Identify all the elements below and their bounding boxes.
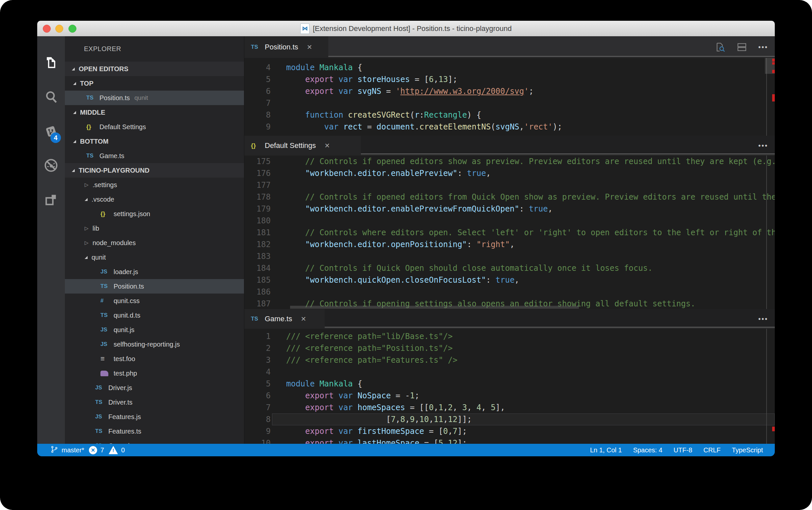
open-editors-group-middle[interactable]: MIDDLE [65, 105, 244, 120]
activity-item-debug[interactable] [37, 152, 65, 180]
line-number: 178 [244, 191, 271, 203]
editor-actions: ••• [758, 309, 768, 329]
activity-item-search[interactable] [37, 84, 65, 111]
tab-close-icon[interactable]: ✕ [324, 142, 330, 149]
tree-folder-node-modules[interactable]: ▷node_modules [65, 235, 244, 250]
code-line[interactable]: 176 "workbench.editor.enablePreview": tr… [244, 167, 775, 179]
item-label: Features.ts [108, 428, 141, 435]
code-line[interactable]: 9 var rect = document.createElementNS(sv… [244, 121, 775, 133]
code-line[interactable]: 3/// <reference path="Features.ts" /> [244, 354, 775, 366]
status-0[interactable]: !0 [109, 446, 125, 454]
tree-item-settings-json[interactable]: {}settings.json [65, 206, 244, 221]
more-actions-icon[interactable]: ••• [758, 142, 768, 149]
window-close-button[interactable] [43, 25, 51, 33]
activity-item-source-control[interactable]: 4 [37, 118, 65, 146]
status-ln-1-col-1[interactable]: Ln 1, Col 1 [590, 446, 622, 454]
activity-item-extensions[interactable] [37, 187, 65, 214]
code-line[interactable]: 175 // Controls if opened editors show a… [244, 155, 775, 167]
tree-item-selfhosting-reporting-js[interactable]: JSselfhosting-reporting.js [65, 337, 244, 351]
tree-item-loader-js[interactable]: JSloader.js [65, 264, 244, 279]
code-line[interactable]: 10 export var lastHomeSpace = [5,12]; [244, 437, 775, 444]
tab-close-icon[interactable]: ✕ [307, 43, 312, 51]
code-line[interactable]: 2/// <reference path="Position.ts"/> [244, 342, 775, 354]
tree-folder-qunit[interactable]: qunit [65, 250, 244, 264]
open-editors-group-bottom[interactable]: BOTTOM [65, 134, 244, 149]
code-line[interactable]: 6 export var svgNS = 'http://www.w3.org/… [244, 85, 775, 97]
code-line[interactable]: 5module Mankala { [244, 378, 775, 390]
status-crlf[interactable]: CRLF [703, 446, 720, 454]
tree-item-features-ts[interactable]: TSFeatures.ts [65, 424, 244, 438]
code-line[interactable]: 5 export var storeHouses = [6,13]; [244, 74, 775, 85]
code-line[interactable]: 179 "workbench.editor.enablePreviewFromQ… [244, 203, 775, 215]
window-zoom-button[interactable] [68, 25, 77, 33]
window-minimize-button[interactable] [55, 25, 63, 33]
section-header-ticino-playground[interactable]: TICINO-PLAYGROUND [65, 163, 244, 177]
tab-default-settings[interactable]: {}Default Settings✕ [244, 136, 361, 155]
code-line[interactable]: 8 [7,8,9,10,11,12]]; [244, 414, 775, 425]
status-utf-8[interactable]: UTF-8 [674, 446, 692, 454]
code-line[interactable]: 7 [244, 97, 775, 109]
tab-close-icon[interactable]: ✕ [301, 315, 306, 323]
tree-item-position-ts[interactable]: TSPosition.ts [65, 279, 244, 293]
more-actions-icon[interactable]: ••• [758, 44, 768, 51]
tree-item-driver-ts[interactable]: TSDriver.ts [65, 395, 244, 409]
tab-game-ts[interactable]: TSGame.ts✕ [244, 309, 325, 329]
collapse-arrow-icon [72, 67, 75, 70]
code-line[interactable]: 182 "workbench.editor.openPositioning": … [244, 238, 775, 250]
open-editors-group-top[interactable]: TOP [65, 76, 244, 91]
tree-folder-vscode[interactable]: .vscode [65, 192, 244, 206]
code-line[interactable]: 181 // Controls where editors open. Sele… [244, 227, 775, 238]
tree-item-qunit-d-ts[interactable]: TSqunit.d.ts [65, 308, 244, 322]
code-line[interactable]: 7 export var homeSpaces = [[0,1,2, 3, 4,… [244, 402, 775, 414]
status-spaces-4[interactable]: Spaces: 4 [633, 446, 662, 454]
tab-position-ts[interactable]: TSPosition.ts✕ [244, 36, 328, 58]
tree-item-features-js[interactable]: JSFeatures.js [65, 409, 244, 424]
code-line[interactable]: 185 "workbench.quickOpen.closeOnFocusLos… [244, 274, 775, 286]
code-line[interactable]: 177 [244, 179, 775, 191]
code-line[interactable]: 6 export var NoSpace = -1; [244, 390, 775, 402]
section-header-open-editors[interactable]: OPEN EDITORS [65, 62, 244, 76]
status-bar: master*✕7!0 Ln 1, Col 1Spaces: 4UTF-8CRL… [37, 444, 775, 456]
code-line[interactable]: 184 // Controls if Quick Open should clo… [244, 262, 775, 274]
tree-item-qunit-js[interactable]: JSqunit.js [65, 322, 244, 337]
code-editor-position-ts[interactable]: 4module Mankala {5 export var storeHouse… [244, 58, 775, 136]
status-typescript[interactable]: TypeScript [732, 446, 763, 454]
code-editor-default-settings[interactable]: 175 // Controls if opened editors show a… [244, 155, 775, 309]
code-line[interactable]: 183 [244, 250, 775, 262]
code-line[interactable]: 9 export var firstHomeSpace = [0,7]; [244, 425, 775, 437]
line-number: 175 [244, 155, 271, 167]
item-label: TICINO-PLAYGROUND [79, 167, 150, 174]
code-editor-game-ts[interactable]: 1/// <reference path="lib/Base.ts"/>2///… [244, 329, 775, 444]
tree-item-test-php[interactable]: test.php [65, 366, 244, 380]
code-line[interactable]: 8 function createSVGRect(r:Rectangle) { [244, 109, 775, 121]
tree-item-game-ts[interactable]: TSGame.ts [65, 149, 244, 163]
split-editor-icon[interactable] [736, 42, 747, 52]
status-7[interactable]: ✕7 [89, 446, 104, 454]
code-line[interactable]: 178 // Controls if opened editors from Q… [244, 191, 775, 203]
tree-item-driver-js[interactable]: JSDriver.js [65, 380, 244, 395]
code-line[interactable]: 4module Mankala { [244, 62, 775, 74]
code-line[interactable]: 186 [244, 286, 775, 298]
item-label: test.foo [114, 355, 136, 363]
find-in-file-icon[interactable] [715, 42, 725, 52]
status-bar-right: Ln 1, Col 1Spaces: 4UTF-8CRLFTypeScript [590, 446, 775, 454]
tree-item-default-settings[interactable]: {}Default Settings [65, 120, 244, 134]
tree-item-test-foo[interactable]: ≡test.foo [65, 351, 244, 366]
code-line[interactable]: 1/// <reference path="lib/Base.ts"/> [244, 331, 775, 342]
json-file-icon: {} [86, 123, 99, 131]
item-label: MIDDLE [80, 109, 106, 116]
git-branch-icon [50, 446, 58, 455]
tree-item-game-js[interactable]: JSGame.js [65, 438, 244, 444]
activity-item-explorer[interactable] [37, 50, 65, 77]
code-line[interactable]: 180 [244, 215, 775, 227]
tree-item-qunit-css[interactable]: #qunit.css [65, 293, 244, 308]
horizontal-scrollbar[interactable] [290, 306, 579, 309]
tree-folder-settings[interactable]: ▷.settings [65, 177, 244, 192]
tree-item-position-ts[interactable]: TSPosition.tsqunit [65, 91, 244, 105]
item-label: BOTTOM [80, 138, 108, 145]
code-line[interactable]: 4 [244, 366, 775, 378]
status-master[interactable]: master* [50, 446, 84, 455]
line-number: 182 [244, 238, 271, 250]
more-actions-icon[interactable]: ••• [758, 315, 768, 323]
tree-folder-lib[interactable]: ▷lib [65, 221, 244, 235]
